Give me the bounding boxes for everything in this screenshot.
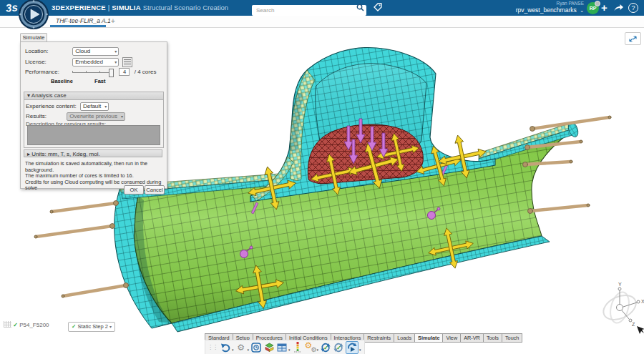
cursor-icon	[637, 326, 644, 334]
document-tab-bar: THF-tee-FLIR_a A.1 +	[0, 16, 644, 28]
experience-content-label: Experience content:	[26, 103, 77, 109]
mesh-icon	[4, 321, 11, 328]
tab-ar-vr[interactable]: AR-VR	[460, 333, 483, 343]
toolbar-grip[interactable]: ⋮⋮	[208, 344, 218, 350]
part-history-icon[interactable]: ⚙	[235, 342, 247, 353]
units-section-header[interactable]: ▸ Units: mm, T, s, Kdeg, mol.	[24, 149, 162, 157]
tab-view[interactable]: View	[442, 333, 460, 343]
tab-tools[interactable]: Tools	[483, 333, 502, 343]
data-table-icon[interactable]	[276, 342, 288, 353]
undo-icon[interactable]	[220, 342, 231, 353]
view-compass[interactable]: Y X Z	[600, 282, 644, 334]
results-layers-icon[interactable]	[263, 342, 275, 353]
user-name: Ryan PANSE	[556, 1, 584, 6]
simulate-dialog-body: Location: Cloud▾ License: Embedded▾ Perf…	[20, 41, 167, 189]
analysis-case-header[interactable]: ▾ Analysis case	[24, 92, 163, 100]
workspace-selector[interactable]: rpv_west_benchmarks ⌄	[516, 6, 584, 14]
tab-loads[interactable]: Loads	[394, 333, 414, 343]
plot-results-icon[interactable]	[292, 342, 303, 353]
axis-z-label: Z	[632, 322, 635, 327]
location-label: Location:	[25, 48, 54, 54]
cores-input[interactable]: 4	[119, 68, 130, 76]
results-select[interactable]: Overwrite previous▾	[67, 112, 125, 121]
location-select[interactable]: Cloud▾	[72, 47, 119, 56]
module-name: Structural Scenario Creation	[143, 4, 228, 11]
model-update-icon[interactable]	[250, 342, 262, 353]
slider-max-label: Fast	[94, 78, 105, 84]
cores-suffix: / 4 cores	[135, 69, 157, 75]
description-textarea[interactable]	[27, 125, 160, 145]
check-icon: ✓	[13, 322, 18, 328]
experience-content-select[interactable]: Default▾	[80, 102, 109, 111]
tag-icon[interactable]	[373, 2, 383, 12]
search-icon[interactable]	[356, 4, 364, 11]
svg-text:✓: ✓	[336, 345, 341, 351]
check-icon: ✓	[72, 323, 76, 330]
product-name: SIMULIA	[112, 4, 140, 11]
dropdown-caret[interactable]: ▾	[317, 348, 319, 352]
tab-simulate[interactable]: Simulate	[414, 333, 442, 343]
cancel-button[interactable]: Cancel	[145, 185, 165, 195]
slider-handle[interactable]	[109, 69, 114, 77]
new-tab-button[interactable]: +	[111, 17, 115, 25]
results-label: Results:	[26, 113, 65, 119]
action-bar-icons: ⋮⋮ ▾ ⚙▾ ▾ ⚙ ⚙ ▾ ✓ ✓ ▾	[205, 340, 365, 354]
axis-y-label: Y	[618, 282, 622, 287]
dropdown-caret[interactable]: ▾	[248, 348, 250, 352]
model-check-icon[interactable]: ✓	[320, 342, 331, 353]
search-input[interactable]	[252, 5, 366, 16]
license-details-icon[interactable]	[122, 57, 132, 67]
expand-icon: ▸	[27, 151, 30, 157]
collapse-icon: ▾	[27, 92, 30, 99]
license-label: License:	[25, 59, 54, 65]
compass-play-button[interactable]	[18, 0, 49, 30]
help-icon[interactable]: ?	[628, 3, 638, 13]
add-content-button[interactable]: +	[601, 1, 608, 14]
dropdown-caret[interactable]: ▾	[232, 348, 234, 352]
share-icon[interactable]	[613, 3, 624, 12]
performance-slider[interactable]	[72, 69, 114, 76]
svg-text:✓: ✓	[323, 345, 328, 351]
chevron-down-icon: ▾	[109, 325, 112, 329]
simulate-run-icon[interactable]	[346, 341, 358, 354]
expand-viewport-button[interactable]	[625, 32, 641, 45]
mesh-badge-label: P54_F5200	[19, 322, 49, 328]
mesh-status-badge[interactable]: ✓ P54_F5200	[4, 321, 49, 328]
dassault-3ds-logo[interactable]: 3s	[5, 1, 18, 14]
active-tab-underline	[50, 25, 106, 27]
slider-min-label: Baseline	[51, 78, 73, 84]
solver-gears-icon[interactable]: ⚙ ⚙	[305, 342, 316, 353]
ok-button[interactable]: OK	[124, 185, 144, 195]
tab-touch[interactable]: Touch	[502, 333, 522, 343]
performance-label: Performance:	[25, 69, 59, 75]
dropdown-caret[interactable]: ▾	[359, 348, 361, 352]
axis-x-label: X	[641, 299, 644, 304]
license-select[interactable]: Embedded▾	[72, 58, 119, 67]
brand-name: 3DEXPERIENCE	[52, 4, 106, 11]
scenario-check-icon[interactable]: ✓	[333, 342, 344, 353]
avatar[interactable]: RP	[587, 2, 599, 14]
presence-badge	[595, 1, 600, 6]
analysis-case-group: ▾ Analysis case Experience content: Defa…	[24, 92, 164, 148]
chevron-down-icon: ⌄	[580, 8, 584, 13]
step-label: Static Step 2	[77, 323, 108, 330]
app-title: 3DEXPERIENCE|SIMULIAStructural Scenario …	[52, 4, 228, 11]
tab-restraints[interactable]: Restraints	[364, 333, 394, 343]
step-selector[interactable]: ✓ Static Step 2 ▾	[68, 322, 115, 332]
dropdown-caret[interactable]: ▾	[288, 348, 291, 352]
global-search	[252, 2, 366, 13]
